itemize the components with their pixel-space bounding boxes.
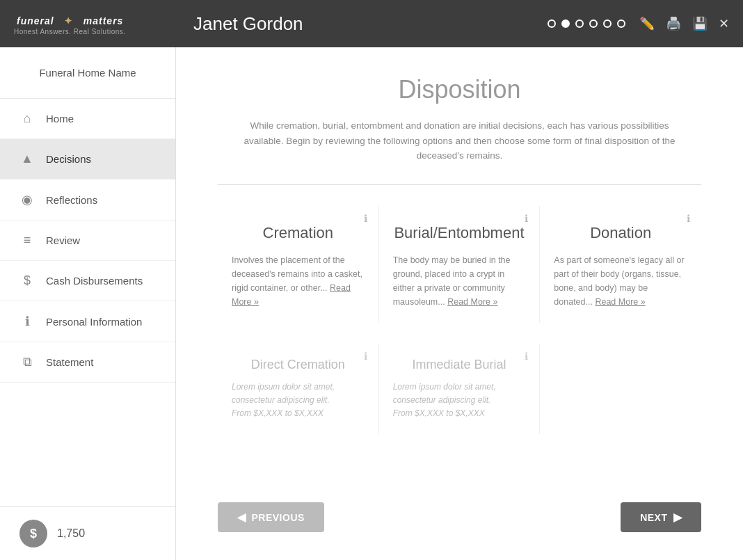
previous-button[interactable]: ◀ PREVIOUS — [218, 502, 324, 532]
sidebar-item-reflections-label: Reflections — [46, 194, 97, 206]
print-icon[interactable]: 🖨️ — [666, 16, 681, 31]
sidebar-item-reflections[interactable]: ◉ Reflections — [0, 179, 175, 221]
option-cremation[interactable]: ℹ Cremation Involves the placement of th… — [218, 206, 379, 323]
navigation-buttons: ◀ PREVIOUS NEXT ▶ — [218, 488, 701, 532]
main-content: Disposition While cremation, burial, ent… — [176, 47, 743, 560]
sidebar: Funeral Home Name ⌂ Home ▲ Decisions ◉ R… — [0, 47, 176, 560]
edit-icon[interactable]: ✏️ — [639, 16, 655, 31]
home-icon: ⌂ — [19, 111, 35, 126]
header-actions: ✏️ 🖨️ 💾 ✕ — [639, 16, 729, 31]
option-donation[interactable]: ℹ Donation As part of someone's legacy a… — [540, 206, 701, 323]
direct-cremation-info-icon[interactable]: ℹ — [364, 351, 367, 362]
direct-cremation-title: Direct Cremation — [232, 358, 365, 372]
reflections-icon: ◉ — [19, 192, 35, 207]
sidebar-item-home-label: Home — [46, 113, 74, 125]
dot-5[interactable] — [603, 19, 612, 28]
dot-6[interactable] — [617, 19, 625, 28]
funeral-home-name: Funeral Home Name — [0, 47, 175, 99]
sidebar-item-personal-label: Personal Information — [46, 316, 142, 328]
sidebar-item-statement-label: Statement — [46, 356, 93, 368]
main-layout: Funeral Home Name ⌂ Home ▲ Decisions ◉ R… — [0, 47, 743, 560]
save-icon[interactable]: 💾 — [692, 16, 708, 31]
content-divider — [218, 184, 701, 185]
sidebar-footer: $ 1,750 — [0, 506, 175, 560]
immediate-burial-info-icon[interactable]: ℹ — [525, 351, 528, 362]
direct-cremation-price: From $X,XXX to $X,XXX — [232, 408, 323, 418]
burial-read-more[interactable]: Read More » — [447, 297, 497, 307]
sidebar-item-statement[interactable]: ⧉ Statement — [0, 342, 175, 383]
decisions-icon: ▲ — [19, 152, 35, 166]
option-burial-entombment[interactable]: ℹ Burial/Entombment The body may be buri… — [379, 206, 541, 323]
option-empty — [540, 344, 701, 435]
logo-title: funeral ✦ matters — [14, 12, 126, 28]
next-arrow-icon: ▶ — [673, 511, 682, 524]
review-icon: ≡ — [19, 233, 35, 248]
sidebar-item-decisions[interactable]: ▲ Decisions — [0, 139, 175, 179]
option-direct-cremation[interactable]: ℹ Direct Cremation Lorem ipsum dolor sit… — [218, 344, 379, 435]
page-title: Disposition — [218, 75, 701, 104]
logo-area: funeral ✦ matters Honest Answers. Real S… — [14, 12, 186, 35]
burial-description: The body may be buried in the ground, pl… — [393, 253, 526, 309]
option-immediate-burial[interactable]: ℹ Immediate Burial Lorem ipsum dolor sit… — [379, 344, 541, 435]
logo-symbol: ✦ — [64, 15, 73, 26]
donation-description: As part of someone's legacy all or part … — [554, 253, 687, 309]
logo-subtitle: Honest Answers. Real Solutions. — [14, 28, 126, 35]
sidebar-item-home[interactable]: ⌂ Home — [0, 99, 175, 139]
header-person-name: Janet Gordon — [186, 13, 548, 35]
donation-read-more[interactable]: Read More » — [595, 297, 645, 307]
cash-icon: $ — [19, 273, 35, 288]
sidebar-item-personal-information[interactable]: ℹ Personal Information — [0, 301, 175, 342]
sidebar-item-cash-disbursements[interactable]: $ Cash Disbursements — [0, 261, 175, 301]
close-icon[interactable]: ✕ — [719, 16, 729, 31]
dot-2[interactable] — [561, 19, 570, 28]
dot-1[interactable] — [548, 19, 556, 28]
sidebar-item-decisions-label: Decisions — [46, 153, 91, 165]
sidebar-item-review-label: Review — [46, 234, 80, 246]
cremation-description: Involves the placement of the deceased's… — [232, 253, 365, 309]
secondary-options-grid: ℹ Direct Cremation Lorem ipsum dolor sit… — [218, 344, 701, 435]
donation-info-icon[interactable]: ℹ — [687, 213, 690, 224]
sidebar-item-review[interactable]: ≡ Review — [0, 221, 175, 261]
personal-info-icon: ℹ — [19, 314, 35, 329]
dot-4[interactable] — [589, 19, 598, 28]
immediate-burial-price: From $X,XXX to $X,XXX — [393, 408, 485, 418]
top-header: funeral ✦ matters Honest Answers. Real S… — [0, 0, 743, 47]
balance-amount: 1,750 — [57, 527, 85, 540]
progress-dots — [548, 19, 625, 28]
primary-options-grid: ℹ Cremation Involves the placement of th… — [218, 206, 701, 323]
immediate-burial-title: Immediate Burial — [393, 358, 526, 372]
page-subtitle: While cremation, burial, entombment and … — [244, 118, 676, 163]
donation-title: Donation — [554, 224, 687, 242]
cremation-title: Cremation — [232, 224, 365, 242]
direct-cremation-description: Lorem ipsum dolor sit amet, consectetur … — [232, 381, 365, 421]
burial-title: Burial/Entombment — [393, 224, 526, 242]
immediate-burial-description: Lorem ipsum dolor sit amet, consectetur … — [393, 381, 526, 421]
previous-arrow-icon: ◀ — [237, 511, 246, 524]
next-button[interactable]: NEXT ▶ — [621, 502, 701, 532]
dot-3[interactable] — [575, 19, 584, 28]
sidebar-item-cash-label: Cash Disbursements — [46, 275, 143, 287]
statement-icon: ⧉ — [19, 355, 35, 369]
burial-info-icon[interactable]: ℹ — [525, 213, 528, 224]
balance-icon: $ — [19, 520, 47, 547]
cremation-info-icon[interactable]: ℹ — [364, 213, 367, 224]
